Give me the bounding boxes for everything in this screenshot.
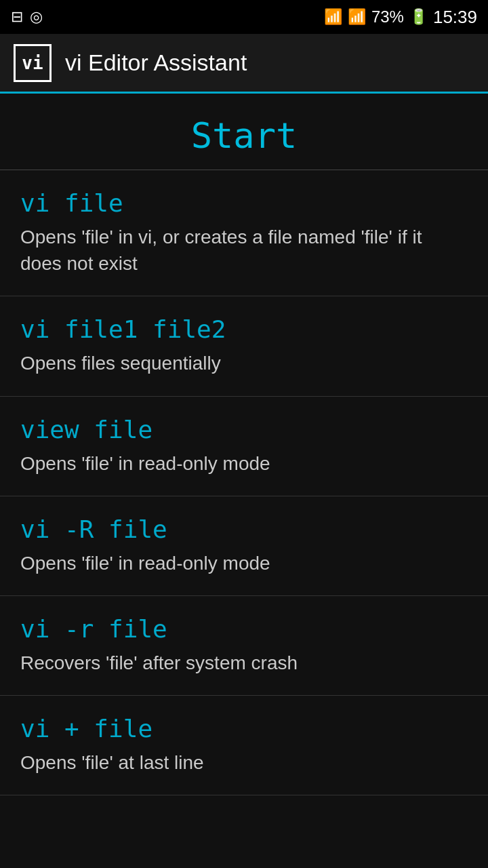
command-syntax: vi file1 file2	[20, 315, 468, 343]
command-item[interactable]: vi -R fileOpens 'file' in read-only mode	[0, 496, 488, 596]
command-description: Opens 'file' at last line	[20, 749, 468, 776]
status-bar: ⊟ ◎ 📶 📶 73% 🔋 15:39	[0, 0, 488, 34]
app-title: vi Editor Assistant	[65, 50, 247, 76]
command-item[interactable]: vi -r fileRecovers 'file' after system c…	[0, 596, 488, 696]
command-syntax: vi + file	[20, 715, 468, 743]
command-description: Opens 'file' in vi, or creates a file na…	[20, 224, 468, 277]
battery-percentage: 73%	[371, 7, 404, 26]
command-description: Opens files sequentially	[20, 350, 468, 376]
page-title-section: Start	[0, 94, 488, 170]
time-display: 15:39	[433, 7, 477, 28]
status-left-icons: ⊟ ◎	[11, 8, 43, 26]
command-syntax: view file	[20, 416, 468, 443]
command-description: Recovers 'file' after system crash	[20, 650, 468, 676]
app-logo: vi	[14, 44, 52, 82]
page-title: Start	[14, 115, 474, 156]
command-syntax: vi -R file	[20, 515, 468, 543]
command-syntax: vi -r file	[20, 615, 468, 643]
app-bar: vi vi Editor Assistant	[0, 34, 488, 94]
command-item[interactable]: vi + fileOpens 'file' at last line	[0, 696, 488, 795]
command-syntax: vi file	[20, 189, 468, 217]
command-item[interactable]: vi fileOpens 'file' in vi, or creates a …	[0, 170, 488, 296]
command-item[interactable]: view fileOpens 'file' in read-only mode	[0, 397, 488, 496]
signal-icon: 📶	[348, 8, 366, 26]
app-icon-status: ⊟	[11, 8, 23, 26]
battery-icon: 🔋	[409, 8, 428, 26]
status-right-info: 📶 📶 73% 🔋 15:39	[324, 7, 477, 28]
command-list: vi fileOpens 'file' in vi, or creates a …	[0, 170, 488, 795]
command-description: Opens 'file' in read-only mode	[20, 550, 468, 576]
command-item[interactable]: vi file1 file2Opens files sequentially	[0, 296, 488, 396]
command-description: Opens 'file' in read-only mode	[20, 450, 468, 477]
clock-icon: ◎	[30, 8, 43, 26]
main-content: Start vi fileOpens 'file' in vi, or crea…	[0, 94, 488, 795]
wifi-icon: 📶	[324, 8, 342, 26]
